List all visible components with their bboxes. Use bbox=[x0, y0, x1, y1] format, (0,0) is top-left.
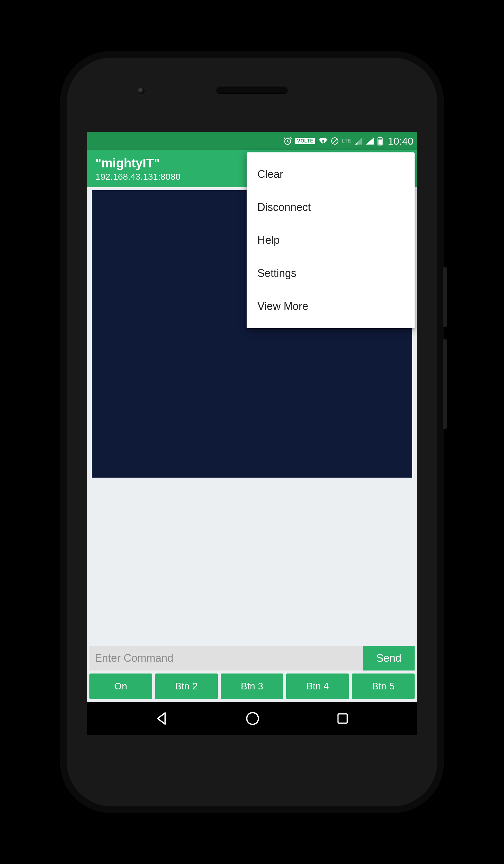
nav-recent-button[interactable] bbox=[336, 712, 349, 725]
spacer bbox=[87, 478, 417, 646]
nav-back-button[interactable] bbox=[155, 711, 169, 726]
command-input[interactable] bbox=[89, 646, 363, 671]
svg-rect-8 bbox=[338, 714, 347, 723]
nav-home-button[interactable] bbox=[245, 711, 261, 726]
send-button[interactable]: Send bbox=[363, 646, 415, 671]
quick-button-3[interactable]: Btn 3 bbox=[221, 673, 284, 699]
volume-button[interactable] bbox=[443, 339, 447, 429]
lte-label: LTE bbox=[342, 138, 351, 144]
alarm-icon bbox=[283, 136, 292, 145]
overflow-menu: Clear Disconnect Help Settings View More bbox=[247, 152, 415, 328]
svg-point-7 bbox=[247, 713, 258, 724]
power-button[interactable] bbox=[443, 267, 447, 327]
earpiece-speaker bbox=[216, 85, 288, 94]
menu-item-disconnect[interactable]: Disconnect bbox=[247, 191, 415, 224]
menu-item-clear[interactable]: Clear bbox=[247, 158, 415, 191]
menu-item-settings[interactable]: Settings bbox=[247, 257, 415, 290]
status-clock: 10:40 bbox=[388, 135, 413, 147]
status-bar: VOLTE LTE bbox=[87, 132, 417, 150]
volte-badge: VOLTE bbox=[295, 138, 315, 144]
quick-button-5[interactable]: Btn 5 bbox=[352, 673, 415, 699]
phone-frame: VOLTE LTE bbox=[60, 51, 444, 813]
quick-button-4[interactable]: Btn 4 bbox=[286, 673, 349, 699]
no-network-icon bbox=[331, 137, 339, 145]
menu-item-help[interactable]: Help bbox=[247, 224, 415, 257]
menu-item-view-more[interactable]: View More bbox=[247, 290, 415, 323]
wifi-icon bbox=[318, 137, 328, 145]
signal-weak-icon bbox=[354, 137, 363, 145]
quick-button-2[interactable]: Btn 2 bbox=[155, 673, 218, 699]
svg-rect-1 bbox=[322, 140, 324, 143]
battery-icon bbox=[377, 136, 383, 145]
quick-button-on[interactable]: On bbox=[89, 673, 152, 699]
svg-point-2 bbox=[323, 143, 324, 144]
svg-rect-5 bbox=[379, 137, 381, 138]
signal-full-icon bbox=[366, 137, 374, 145]
command-row: Send bbox=[89, 646, 415, 671]
svg-rect-6 bbox=[378, 140, 382, 145]
quick-button-row: On Btn 2 Btn 3 Btn 4 Btn 5 bbox=[89, 673, 415, 699]
nav-bar bbox=[87, 702, 417, 735]
front-camera bbox=[138, 88, 145, 94]
screen: VOLTE LTE bbox=[87, 132, 417, 735]
